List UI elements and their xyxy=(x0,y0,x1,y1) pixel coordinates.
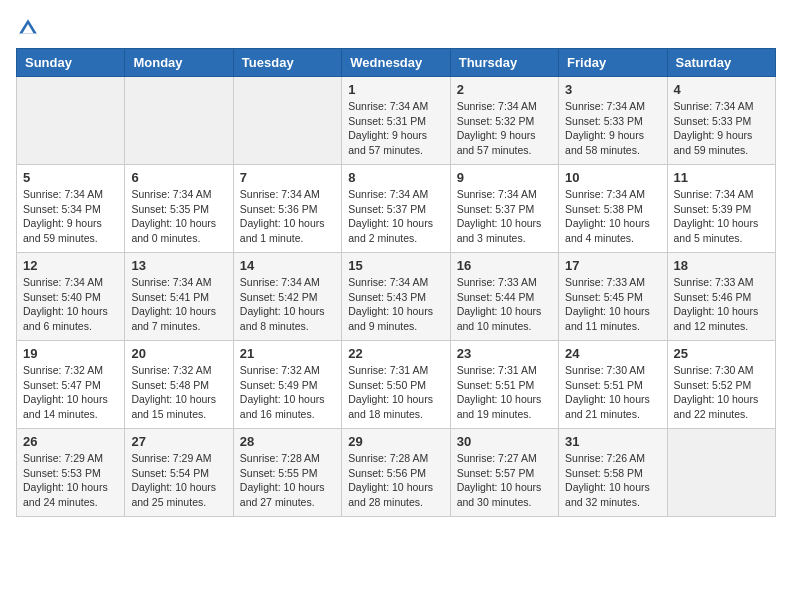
day-number: 13 xyxy=(131,258,226,273)
calendar-cell: 14Sunrise: 7:34 AM Sunset: 5:42 PM Dayli… xyxy=(233,253,341,341)
calendar-table: SundayMondayTuesdayWednesdayThursdayFrid… xyxy=(16,48,776,517)
cell-content: Sunrise: 7:34 AM Sunset: 5:35 PM Dayligh… xyxy=(131,187,226,246)
day-number: 23 xyxy=(457,346,552,361)
days-header-row: SundayMondayTuesdayWednesdayThursdayFrid… xyxy=(17,49,776,77)
day-number: 3 xyxy=(565,82,660,97)
day-number: 16 xyxy=(457,258,552,273)
day-number: 31 xyxy=(565,434,660,449)
calendar-cell xyxy=(17,77,125,165)
logo-icon xyxy=(16,16,40,40)
calendar-cell xyxy=(233,77,341,165)
calendar-cell: 4Sunrise: 7:34 AM Sunset: 5:33 PM Daylig… xyxy=(667,77,775,165)
day-header-saturday: Saturday xyxy=(667,49,775,77)
day-number: 20 xyxy=(131,346,226,361)
day-number: 2 xyxy=(457,82,552,97)
week-row-4: 19Sunrise: 7:32 AM Sunset: 5:47 PM Dayli… xyxy=(17,341,776,429)
cell-content: Sunrise: 7:30 AM Sunset: 5:52 PM Dayligh… xyxy=(674,363,769,422)
day-number: 7 xyxy=(240,170,335,185)
day-number: 22 xyxy=(348,346,443,361)
calendar-cell: 25Sunrise: 7:30 AM Sunset: 5:52 PM Dayli… xyxy=(667,341,775,429)
calendar-cell: 23Sunrise: 7:31 AM Sunset: 5:51 PM Dayli… xyxy=(450,341,558,429)
calendar-cell: 27Sunrise: 7:29 AM Sunset: 5:54 PM Dayli… xyxy=(125,429,233,517)
calendar-cell: 15Sunrise: 7:34 AM Sunset: 5:43 PM Dayli… xyxy=(342,253,450,341)
calendar-cell: 22Sunrise: 7:31 AM Sunset: 5:50 PM Dayli… xyxy=(342,341,450,429)
calendar-cell: 11Sunrise: 7:34 AM Sunset: 5:39 PM Dayli… xyxy=(667,165,775,253)
calendar-cell xyxy=(667,429,775,517)
cell-content: Sunrise: 7:34 AM Sunset: 5:34 PM Dayligh… xyxy=(23,187,118,246)
calendar-cell: 13Sunrise: 7:34 AM Sunset: 5:41 PM Dayli… xyxy=(125,253,233,341)
calendar-cell: 29Sunrise: 7:28 AM Sunset: 5:56 PM Dayli… xyxy=(342,429,450,517)
calendar-cell: 18Sunrise: 7:33 AM Sunset: 5:46 PM Dayli… xyxy=(667,253,775,341)
calendar-cell: 9Sunrise: 7:34 AM Sunset: 5:37 PM Daylig… xyxy=(450,165,558,253)
week-row-2: 5Sunrise: 7:34 AM Sunset: 5:34 PM Daylig… xyxy=(17,165,776,253)
cell-content: Sunrise: 7:32 AM Sunset: 5:47 PM Dayligh… xyxy=(23,363,118,422)
logo xyxy=(16,16,42,40)
day-number: 24 xyxy=(565,346,660,361)
cell-content: Sunrise: 7:30 AM Sunset: 5:51 PM Dayligh… xyxy=(565,363,660,422)
week-row-1: 1Sunrise: 7:34 AM Sunset: 5:31 PM Daylig… xyxy=(17,77,776,165)
calendar-cell xyxy=(125,77,233,165)
day-number: 28 xyxy=(240,434,335,449)
day-number: 18 xyxy=(674,258,769,273)
calendar-cell: 26Sunrise: 7:29 AM Sunset: 5:53 PM Dayli… xyxy=(17,429,125,517)
calendar-cell: 7Sunrise: 7:34 AM Sunset: 5:36 PM Daylig… xyxy=(233,165,341,253)
day-number: 30 xyxy=(457,434,552,449)
day-number: 6 xyxy=(131,170,226,185)
day-number: 27 xyxy=(131,434,226,449)
day-number: 9 xyxy=(457,170,552,185)
cell-content: Sunrise: 7:34 AM Sunset: 5:37 PM Dayligh… xyxy=(457,187,552,246)
calendar-cell: 3Sunrise: 7:34 AM Sunset: 5:33 PM Daylig… xyxy=(559,77,667,165)
cell-content: Sunrise: 7:32 AM Sunset: 5:49 PM Dayligh… xyxy=(240,363,335,422)
day-header-wednesday: Wednesday xyxy=(342,49,450,77)
cell-content: Sunrise: 7:34 AM Sunset: 5:40 PM Dayligh… xyxy=(23,275,118,334)
cell-content: Sunrise: 7:31 AM Sunset: 5:50 PM Dayligh… xyxy=(348,363,443,422)
day-number: 17 xyxy=(565,258,660,273)
cell-content: Sunrise: 7:34 AM Sunset: 5:39 PM Dayligh… xyxy=(674,187,769,246)
cell-content: Sunrise: 7:27 AM Sunset: 5:57 PM Dayligh… xyxy=(457,451,552,510)
day-number: 15 xyxy=(348,258,443,273)
calendar-cell: 8Sunrise: 7:34 AM Sunset: 5:37 PM Daylig… xyxy=(342,165,450,253)
day-number: 1 xyxy=(348,82,443,97)
day-number: 11 xyxy=(674,170,769,185)
calendar-cell: 2Sunrise: 7:34 AM Sunset: 5:32 PM Daylig… xyxy=(450,77,558,165)
calendar-cell: 31Sunrise: 7:26 AM Sunset: 5:58 PM Dayli… xyxy=(559,429,667,517)
cell-content: Sunrise: 7:33 AM Sunset: 5:44 PM Dayligh… xyxy=(457,275,552,334)
day-number: 14 xyxy=(240,258,335,273)
cell-content: Sunrise: 7:31 AM Sunset: 5:51 PM Dayligh… xyxy=(457,363,552,422)
cell-content: Sunrise: 7:34 AM Sunset: 5:31 PM Dayligh… xyxy=(348,99,443,158)
calendar-cell: 6Sunrise: 7:34 AM Sunset: 5:35 PM Daylig… xyxy=(125,165,233,253)
day-header-sunday: Sunday xyxy=(17,49,125,77)
calendar-cell: 28Sunrise: 7:28 AM Sunset: 5:55 PM Dayli… xyxy=(233,429,341,517)
calendar-cell: 16Sunrise: 7:33 AM Sunset: 5:44 PM Dayli… xyxy=(450,253,558,341)
cell-content: Sunrise: 7:33 AM Sunset: 5:45 PM Dayligh… xyxy=(565,275,660,334)
calendar-cell: 21Sunrise: 7:32 AM Sunset: 5:49 PM Dayli… xyxy=(233,341,341,429)
week-row-3: 12Sunrise: 7:34 AM Sunset: 5:40 PM Dayli… xyxy=(17,253,776,341)
cell-content: Sunrise: 7:29 AM Sunset: 5:53 PM Dayligh… xyxy=(23,451,118,510)
day-number: 19 xyxy=(23,346,118,361)
day-number: 5 xyxy=(23,170,118,185)
day-number: 12 xyxy=(23,258,118,273)
calendar-cell: 1Sunrise: 7:34 AM Sunset: 5:31 PM Daylig… xyxy=(342,77,450,165)
cell-content: Sunrise: 7:28 AM Sunset: 5:56 PM Dayligh… xyxy=(348,451,443,510)
cell-content: Sunrise: 7:32 AM Sunset: 5:48 PM Dayligh… xyxy=(131,363,226,422)
day-number: 21 xyxy=(240,346,335,361)
calendar-cell: 24Sunrise: 7:30 AM Sunset: 5:51 PM Dayli… xyxy=(559,341,667,429)
day-number: 29 xyxy=(348,434,443,449)
cell-content: Sunrise: 7:28 AM Sunset: 5:55 PM Dayligh… xyxy=(240,451,335,510)
cell-content: Sunrise: 7:26 AM Sunset: 5:58 PM Dayligh… xyxy=(565,451,660,510)
day-header-friday: Friday xyxy=(559,49,667,77)
cell-content: Sunrise: 7:34 AM Sunset: 5:38 PM Dayligh… xyxy=(565,187,660,246)
cell-content: Sunrise: 7:33 AM Sunset: 5:46 PM Dayligh… xyxy=(674,275,769,334)
cell-content: Sunrise: 7:34 AM Sunset: 5:42 PM Dayligh… xyxy=(240,275,335,334)
cell-content: Sunrise: 7:34 AM Sunset: 5:33 PM Dayligh… xyxy=(674,99,769,158)
day-number: 26 xyxy=(23,434,118,449)
calendar-cell: 20Sunrise: 7:32 AM Sunset: 5:48 PM Dayli… xyxy=(125,341,233,429)
calendar-cell: 19Sunrise: 7:32 AM Sunset: 5:47 PM Dayli… xyxy=(17,341,125,429)
cell-content: Sunrise: 7:34 AM Sunset: 5:43 PM Dayligh… xyxy=(348,275,443,334)
cell-content: Sunrise: 7:34 AM Sunset: 5:33 PM Dayligh… xyxy=(565,99,660,158)
cell-content: Sunrise: 7:34 AM Sunset: 5:36 PM Dayligh… xyxy=(240,187,335,246)
calendar-cell: 30Sunrise: 7:27 AM Sunset: 5:57 PM Dayli… xyxy=(450,429,558,517)
day-number: 25 xyxy=(674,346,769,361)
cell-content: Sunrise: 7:29 AM Sunset: 5:54 PM Dayligh… xyxy=(131,451,226,510)
cell-content: Sunrise: 7:34 AM Sunset: 5:32 PM Dayligh… xyxy=(457,99,552,158)
